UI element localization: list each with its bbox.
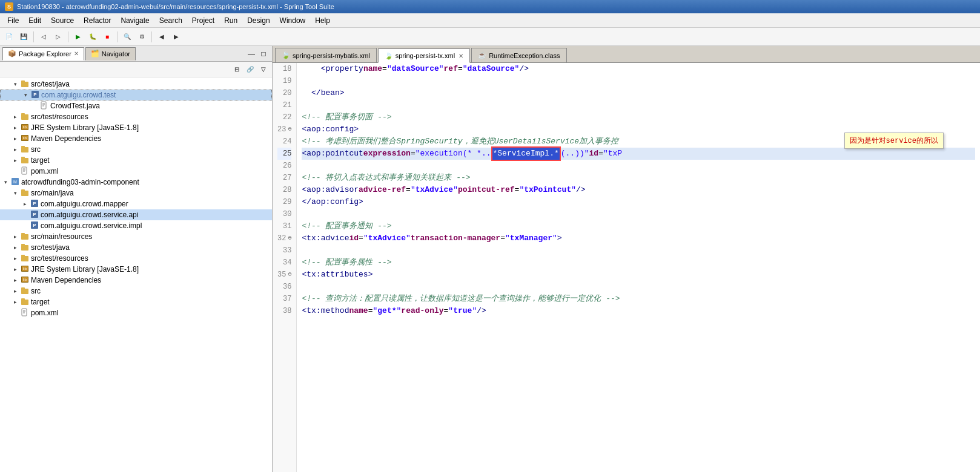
tree-item-16[interactable]: src/test/java (0, 242, 272, 253)
tree-arrow-17[interactable] (11, 254, 19, 263)
tree-arrow-16[interactable] (11, 243, 19, 252)
navigate-forward-button[interactable]: ▶ (170, 30, 183, 44)
tree-arrow-5[interactable] (11, 123, 19, 132)
menu-item-window[interactable]: Window (275, 15, 311, 26)
line-number-18: 18 (277, 63, 291, 75)
debug-button[interactable]: 🐛 (86, 30, 99, 44)
svg-rect-52 (22, 309, 27, 316)
title-bar: S Station190830 - atcrowdfunding02-admin… (0, 0, 980, 13)
search-toolbar-button[interactable]: 🔍 (121, 30, 134, 44)
menu-item-file[interactable]: File (2, 15, 24, 26)
editor-tab-1[interactable]: 🍃spring-persist-tx.xml✕ (378, 48, 470, 63)
stop-button[interactable]: ■ (101, 30, 114, 44)
tree-arrow-3 (30, 102, 39, 110)
tree-icon-2: P (31, 90, 39, 100)
tree-item-14[interactable]: Pcom.atguigu.crowd.service.impl (0, 220, 272, 231)
forward-button[interactable]: ▷ (51, 30, 65, 44)
tree-item-13[interactable]: Pcom.atguigu.crowd.service.api (0, 209, 272, 220)
menu-item-edit[interactable]: Edit (24, 15, 46, 26)
menu-item-help[interactable]: Help (310, 15, 335, 26)
editor-tab-0[interactable]: 🍃spring-persist-mybatis.xml (275, 48, 377, 62)
menu-item-design[interactable]: Design (242, 15, 274, 26)
tree-item-15[interactable]: src/main/resources (0, 231, 272, 242)
line-number-34: 34 (277, 257, 291, 269)
tree-arrow-19[interactable] (11, 276, 19, 284)
tree-icon-3 (40, 101, 48, 111)
menu-item-search[interactable]: Search (154, 15, 187, 26)
maximize-panel-button[interactable]: □ (257, 48, 270, 60)
tree-item-11[interactable]: src/main/java (0, 188, 272, 198)
menu-item-run[interactable]: Run (219, 15, 242, 26)
tree-arrow-11[interactable] (11, 189, 19, 197)
tree-arrow-1[interactable] (11, 80, 19, 88)
tree-item-5[interactable]: libJRE System Library [JavaSE-1.8] (0, 122, 272, 133)
tree-arrow-15[interactable] (11, 232, 19, 241)
tree-arrow-22 (11, 309, 19, 317)
settings-button[interactable]: ⚙ (135, 30, 148, 44)
tree-arrow-12[interactable] (21, 200, 29, 208)
minimize-panel-button[interactable]: — (245, 48, 257, 60)
tree-item-3[interactable]: CrowdTest.java (0, 100, 272, 111)
code-content: 1819202122232425262728293031323334353637… (273, 63, 980, 472)
tree-icon-6: lib (21, 134, 29, 144)
tree-arrow-4[interactable] (11, 113, 19, 121)
svg-rect-39 (21, 244, 25, 246)
tree-arrow-7[interactable] (11, 145, 19, 154)
title-text: Station190830 - atcrowdfunding02-admin-w… (17, 3, 334, 10)
toolbar-separator-4 (151, 31, 152, 42)
line-number-32: 32 (277, 232, 291, 244)
tree-item-22[interactable]: pom.xml (0, 307, 272, 318)
menu-item-refactor[interactable]: Refactor (79, 15, 116, 26)
tree-item-1[interactable]: src/test/java (0, 79, 272, 90)
back-button[interactable]: ◁ (37, 30, 50, 44)
editor-tab-2[interactable]: ☕RuntimeException.class (471, 48, 566, 62)
tab-navigator[interactable]: 🗂️ Navigator (85, 47, 136, 61)
tree-item-12[interactable]: Pcom.atguigu.crowd.mapper (0, 198, 272, 209)
tree-item-8[interactable]: target (0, 155, 272, 166)
tree-item-6[interactable]: libMaven Dependencies (0, 133, 272, 144)
svg-rect-38 (21, 245, 28, 251)
svg-text:M: M (13, 180, 17, 184)
tree-arrow-8[interactable] (11, 156, 19, 165)
tree-arrow-10[interactable] (1, 178, 10, 186)
tab-package-explorer[interactable]: 📦 Package Explorer ✕ (2, 47, 84, 61)
tree-arrow-18[interactable] (11, 265, 19, 274)
code-editor[interactable]: 1819202122232425262728293031323334353637… (273, 63, 980, 472)
tree-item-4[interactable]: src/test/resources (0, 111, 272, 122)
tree-item-20[interactable]: src (0, 286, 272, 297)
package-explorer-close[interactable]: ✕ (74, 50, 79, 57)
svg-rect-50 (21, 300, 28, 305)
menu-item-project[interactable]: Project (187, 15, 219, 26)
navigate-back-button[interactable]: ◀ (155, 30, 168, 44)
tree-item-19[interactable]: libMaven Dependencies (0, 275, 272, 286)
tree-item-2[interactable]: Pcom.atguigu.crowd.test (0, 90, 272, 100)
tree-label-12: com.atguigu.crowd.mapper (41, 200, 128, 208)
line-numbers: 1819202122232425262728293031323334353637… (273, 63, 297, 472)
tree-arrow-2[interactable] (21, 91, 30, 99)
tree-item-18[interactable]: libJRE System Library [JavaSE-1.8] (0, 264, 272, 275)
tree-label-4: src/test/resources (31, 113, 88, 121)
menu-item-navigate[interactable]: Navigate (116, 15, 154, 26)
tree-arrow-6[interactable] (11, 134, 19, 143)
tree-item-7[interactable]: src (0, 144, 272, 155)
editor-tab-close-1[interactable]: ✕ (459, 53, 463, 59)
tree-arrow-20[interactable] (11, 287, 19, 295)
menu-item-source[interactable]: Source (46, 15, 79, 26)
tree-item-21[interactable]: target (0, 297, 272, 307)
code-line-28: <aop:advisor advice-ref="txAdvice" point… (302, 184, 975, 196)
line-number-33: 33 (277, 244, 291, 257)
view-menu-button[interactable]: ▽ (257, 64, 270, 76)
run-button[interactable]: ▶ (71, 30, 85, 44)
tree-item-10[interactable]: Matcrowdfunding03-admin-component (0, 177, 272, 188)
new-button[interactable]: 📄 (2, 30, 16, 44)
link-with-editor-button[interactable]: 🔗 (244, 64, 256, 76)
tree-arrow-21[interactable] (11, 298, 19, 306)
tree-item-9[interactable]: pom.xml (0, 166, 272, 177)
save-button[interactable]: 💾 (17, 30, 30, 44)
collapse-all-button[interactable]: ⊟ (231, 64, 243, 76)
svg-rect-18 (21, 146, 25, 148)
tree-item-17[interactable]: src/test/resources (0, 253, 272, 264)
code-line-35: <tx:attributes> (302, 269, 975, 281)
code-line-29: </aop:config> (302, 196, 975, 208)
tree-label-9: pom.xml (31, 167, 58, 175)
